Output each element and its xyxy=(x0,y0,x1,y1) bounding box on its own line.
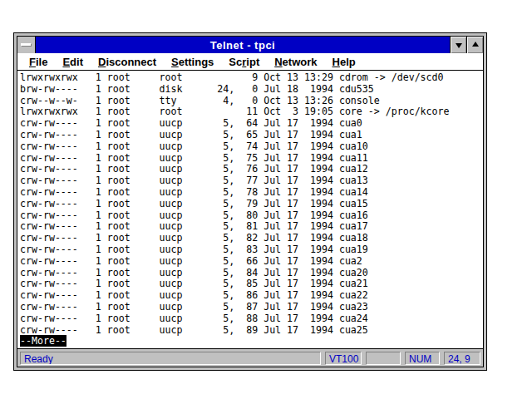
terminal-line: crw-rw---- 1 root uucp 5, 83 Jul 17 1994… xyxy=(20,244,483,256)
terminal-line: crw-rw---- 1 root uucp 5, 79 Jul 17 1994… xyxy=(20,199,483,210)
status-bar: Ready VT100 NUM 24, 9 xyxy=(17,348,483,367)
system-menu-button[interactable] xyxy=(17,37,36,53)
more-prompt: --More-- xyxy=(20,335,66,347)
terminal-line: crw-rw---- 1 root uucp 5, 89 Jul 17 1994… xyxy=(20,325,483,337)
title-bar: Telnet - tpci xyxy=(17,37,483,53)
system-menu-icon xyxy=(21,43,32,47)
terminal-line: crw-rw---- 1 root uucp 5, 87 Jul 17 1994… xyxy=(20,302,483,313)
terminal-line: crw-rw---- 1 root uucp 5, 64 Jul 17 1994… xyxy=(20,118,483,130)
terminal-line: crw-rw---- 1 root uucp 5, 78 Jul 17 1994… xyxy=(20,187,483,199)
minimize-button[interactable] xyxy=(450,37,466,53)
terminal-line: crw-rw---- 1 root uucp 5, 77 Jul 17 1994… xyxy=(20,175,483,187)
terminal-line: crw-rw---- 1 root uucp 5, 74 Jul 17 1994… xyxy=(20,141,483,153)
minimize-icon xyxy=(456,43,462,48)
menu-item-edit[interactable]: Edit xyxy=(55,54,91,69)
status-message: Ready xyxy=(20,352,321,365)
terminal-line: crw-rw---- 1 root uucp 5, 66 Jul 17 1994… xyxy=(20,256,483,268)
menu-bar: FileEditDisconnectSettingsScriptNetworkH… xyxy=(17,53,483,71)
terminal-line: lrwxrwxrwx 1 root root 9 Oct 13 13:29 cd… xyxy=(20,72,483,84)
terminal-line: crw-rw---- 1 root uucp 5, 76 Jul 17 1994… xyxy=(20,164,483,175)
terminal-line: crw-rw---- 1 root uucp 5, 88 Jul 17 1994… xyxy=(20,313,483,325)
cursor-position-indicator: 24, 9 xyxy=(444,352,480,365)
terminal-line: lrwxrwxrwx 1 root root 11 Oct 3 19:05 co… xyxy=(20,106,483,118)
menu-item-settings[interactable]: Settings xyxy=(164,54,221,69)
num-lock-indicator: NUM xyxy=(405,352,440,365)
menu-item-file[interactable]: File xyxy=(22,54,55,69)
telnet-window: Telnet - tpci FileEditDisconnectSettings… xyxy=(13,32,487,371)
terminal-line: crw-rw---- 1 root uucp 5, 75 Jul 17 1994… xyxy=(20,153,483,165)
menu-item-network[interactable]: Network xyxy=(267,54,324,69)
terminal-line: crw-rw---- 1 root uucp 5, 80 Jul 17 1994… xyxy=(20,210,483,222)
terminal-line: crw-rw---- 1 root uucp 5, 86 Jul 17 1994… xyxy=(20,290,483,302)
status-spare-panel xyxy=(366,352,401,365)
terminal-line: crw-rw---- 1 root uucp 5, 82 Jul 17 1994… xyxy=(20,233,483,244)
menu-item-help[interactable]: Help xyxy=(325,54,363,69)
terminal-line: crw-rw---- 1 root uucp 5, 81 Jul 17 1994… xyxy=(20,221,483,233)
menu-item-disconnect[interactable]: Disconnect xyxy=(91,54,164,69)
maximize-button[interactable] xyxy=(466,37,483,53)
terminal-emulation-indicator: VT100 xyxy=(325,352,362,365)
terminal-line: crw-rw---- 1 root uucp 5, 85 Jul 17 1994… xyxy=(20,278,483,290)
window-inner-frame: Telnet - tpci FileEditDisconnectSettings… xyxy=(17,36,484,367)
terminal-line: brw-rw---- 1 root disk 24, 0 Jul 18 1994… xyxy=(20,84,483,96)
menu-item-script[interactable]: Script xyxy=(221,54,267,69)
window-title: Telnet - tpci xyxy=(36,37,450,53)
maximize-icon xyxy=(472,42,479,47)
terminal-line: crw-rw---- 1 root uucp 5, 65 Jul 17 1994… xyxy=(20,130,483,141)
terminal-screen[interactable]: lrwxrwxrwx 1 root root 9 Oct 13 13:29 cd… xyxy=(17,71,483,348)
terminal-line: crw-rw---- 1 root uucp 5, 84 Jul 17 1994… xyxy=(20,268,483,279)
terminal-line: crw--w--w- 1 root tty 4, 0 Oct 13 13:26 … xyxy=(20,96,483,107)
more-prompt-line: --More-- xyxy=(20,336,483,347)
terminal-output: lrwxrwxrwx 1 root root 9 Oct 13 13:29 cd… xyxy=(20,72,483,336)
